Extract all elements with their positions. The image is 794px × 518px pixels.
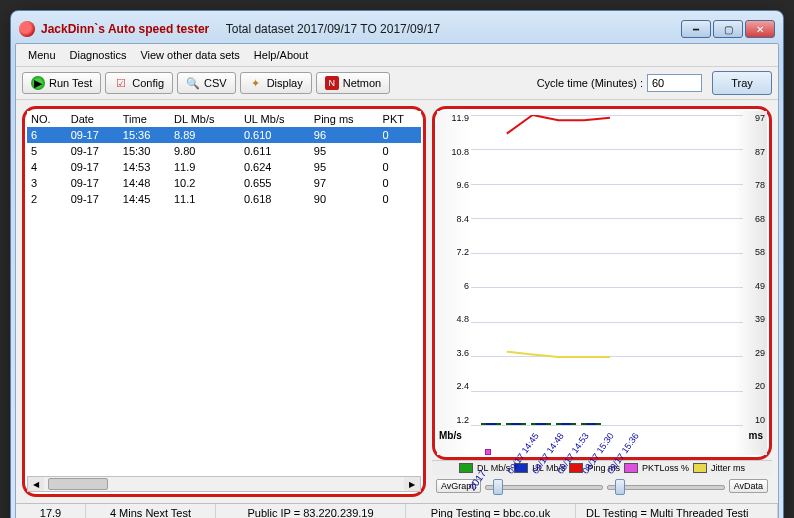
search-icon: 🔍 bbox=[186, 76, 200, 90]
cycle-time-control: Cycle time (Minutes) : bbox=[537, 74, 702, 92]
app-window: JackDinn`s Auto speed tester Total datas… bbox=[10, 10, 784, 518]
slider-track-left[interactable] bbox=[485, 477, 603, 495]
config-button[interactable]: ☑ Config bbox=[105, 72, 173, 94]
slider-knob[interactable] bbox=[493, 479, 503, 495]
avdata-button[interactable]: AvData bbox=[729, 479, 768, 493]
status-next-test: 4 Mins Next Test bbox=[86, 504, 216, 518]
status-speed: 17.9 bbox=[16, 504, 86, 518]
toolbar: ▶ Run Test ☑ Config 🔍 CSV ✦ Display N Ne… bbox=[16, 66, 778, 100]
cycle-time-input[interactable] bbox=[647, 74, 702, 92]
y-axis-right: 97877868584939292010 bbox=[743, 111, 765, 425]
app-icon bbox=[19, 21, 35, 37]
statusbar: 17.9 4 Mins Next Test Public IP = 83.220… bbox=[16, 503, 778, 518]
column-header[interactable]: UL Mb/s bbox=[240, 111, 310, 127]
column-header[interactable]: DL Mb/s bbox=[170, 111, 240, 127]
run-test-button[interactable]: ▶ Run Test bbox=[22, 72, 101, 94]
table-row[interactable]: 509-1715:309.800.611950 bbox=[27, 143, 421, 159]
column-header[interactable]: PKT bbox=[379, 111, 421, 127]
menu-view-datasets[interactable]: View other data sets bbox=[134, 47, 245, 63]
column-header[interactable]: Date bbox=[67, 111, 119, 127]
results-table: NO.DateTimeDL Mb/sUL Mb/sPing msPKT 609-… bbox=[27, 111, 421, 207]
slider-track-right[interactable] bbox=[607, 477, 725, 495]
y-axis-left: 11.910.89.68.47.264.83.62.41.2 bbox=[439, 111, 469, 425]
checkbox-icon: ☑ bbox=[114, 76, 128, 90]
netmon-icon: N bbox=[325, 76, 339, 90]
minimize-button[interactable]: ━ bbox=[681, 20, 711, 38]
chart-area[interactable]: 11.910.89.68.47.264.83.62.41.2 978778685… bbox=[437, 111, 767, 455]
table-row[interactable]: 209-1714:4511.10.618900 bbox=[27, 191, 421, 207]
status-dl-testing: DL Testing = Multi Threaded Testi bbox=[576, 504, 778, 518]
scroll-left-arrow[interactable]: ◀ bbox=[28, 477, 44, 491]
horizontal-scrollbar[interactable]: ◀ ▶ bbox=[27, 476, 421, 492]
titlebar-text: JackDinn`s Auto speed tester Total datas… bbox=[41, 22, 440, 36]
column-header[interactable]: Time bbox=[119, 111, 170, 127]
chart-lines bbox=[481, 115, 739, 373]
x-axis-labels: 09/17 14:4509/17 14:4809/17 14:5309/17 1… bbox=[471, 425, 743, 475]
scroll-right-arrow[interactable]: ▶ bbox=[404, 477, 420, 491]
table-row[interactable]: 609-1715:368.890.610960 bbox=[27, 127, 421, 143]
menu-menu[interactable]: Menu bbox=[22, 47, 62, 63]
yright-unit: ms bbox=[749, 430, 763, 441]
cycle-label: Cycle time (Minutes) : bbox=[537, 77, 643, 89]
status-public-ip: Public IP = 83.220.239.19 bbox=[216, 504, 406, 518]
display-button[interactable]: ✦ Display bbox=[240, 72, 312, 94]
results-table-panel: NO.DateTimeDL Mb/sUL Mb/sPing msPKT 609-… bbox=[22, 106, 426, 497]
status-ping-target: Ping Testing = bbc.co.uk bbox=[406, 504, 576, 518]
netmon-button[interactable]: N Netmon bbox=[316, 72, 391, 94]
menu-diagnostics[interactable]: Diagnostics bbox=[64, 47, 133, 63]
table-row[interactable]: 309-1714:4810.20.655970 bbox=[27, 175, 421, 191]
menubar: Menu Diagnostics View other data sets He… bbox=[16, 44, 778, 66]
csv-button[interactable]: 🔍 CSV bbox=[177, 72, 236, 94]
display-icon: ✦ bbox=[249, 76, 263, 90]
close-button[interactable]: ✕ bbox=[745, 20, 775, 38]
yleft-unit: Mb/s bbox=[439, 430, 462, 441]
maximize-button[interactable]: ▢ bbox=[713, 20, 743, 38]
chart-panel: 11.910.89.68.47.264.83.62.41.2 978778685… bbox=[432, 106, 772, 460]
column-header[interactable]: Ping ms bbox=[310, 111, 379, 127]
tray-button[interactable]: Tray bbox=[712, 71, 772, 95]
titlebar[interactable]: JackDinn`s Auto speed tester Total datas… bbox=[15, 15, 779, 43]
slider-knob[interactable] bbox=[615, 479, 625, 495]
play-icon: ▶ bbox=[31, 76, 45, 90]
scroll-thumb[interactable] bbox=[48, 478, 108, 490]
column-header[interactable]: NO. bbox=[27, 111, 67, 127]
table-row[interactable]: 409-1714:5311.90.624950 bbox=[27, 159, 421, 175]
menu-help[interactable]: Help/About bbox=[248, 47, 314, 63]
